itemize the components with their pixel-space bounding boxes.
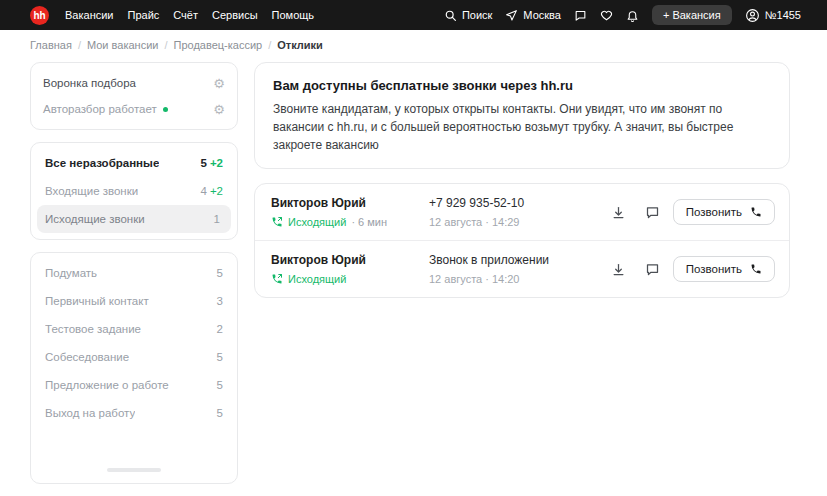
- download-record-button[interactable]: [605, 198, 633, 226]
- add-vacancy-button[interactable]: + Вакансия: [652, 5, 732, 25]
- call-actions: Позвонить: [605, 255, 775, 283]
- breadcrumb: Главная Мои вакансии Продавец-кассир Отк…: [0, 30, 827, 58]
- nav-services[interactable]: Сервисы: [212, 9, 258, 21]
- autoreview-gear-icon[interactable]: ⚙: [213, 103, 225, 116]
- scrollbar-thumb[interactable]: [107, 468, 161, 472]
- download-icon: [611, 205, 626, 220]
- stage-start-work[interactable]: Выход на работу 5: [37, 399, 231, 427]
- top-navigation-bar: hh Вакансии Прайс Счёт Сервисы Помощь По…: [0, 0, 827, 30]
- count-extra: +2: [210, 157, 223, 169]
- call-channel: Звонок в приложении: [429, 253, 605, 267]
- count-extra: +2: [210, 185, 223, 197]
- call-datetime: 12 августа · 14:29: [429, 216, 605, 228]
- download-record-button[interactable]: [605, 255, 633, 283]
- call-back-button[interactable]: Позвонить: [673, 199, 775, 225]
- stage-label: Предложение о работе: [45, 379, 169, 391]
- outgoing-call-icon: [271, 216, 283, 228]
- topbar-tools: Поиск Москва + Вакансия: [444, 5, 801, 25]
- folder-label: Входящие звонки: [45, 185, 138, 197]
- city-label: Москва: [523, 9, 561, 21]
- call-back-button[interactable]: Позвонить: [673, 256, 775, 282]
- nav-account[interactable]: Счёт: [173, 9, 198, 21]
- city-selector[interactable]: Москва: [505, 9, 561, 22]
- folder-count: 1: [214, 213, 223, 225]
- stage-interview[interactable]: Собеседование 5: [37, 343, 231, 371]
- call-type-line: Исходящий · 6 мин: [271, 216, 429, 228]
- folder-label: Исходящие звонки: [45, 213, 145, 225]
- stage-test-task[interactable]: Тестовое задание 2: [37, 315, 231, 343]
- search-label: Поиск: [462, 9, 492, 21]
- folder-all-unsorted[interactable]: Все неразобранные 5 +2: [37, 149, 231, 177]
- folder-label: Все неразобранные: [45, 157, 159, 169]
- messages-icon[interactable]: [574, 9, 587, 22]
- nav-vacancies[interactable]: Вакансии: [65, 9, 114, 21]
- phone-icon: [750, 206, 762, 218]
- stage-label: Тестовое задание: [45, 323, 141, 335]
- nav-help[interactable]: Помощь: [272, 9, 315, 21]
- stage-count: 5: [217, 351, 223, 363]
- account-number: №1455: [765, 9, 801, 21]
- search-icon: [444, 9, 457, 22]
- comment-icon: [645, 205, 660, 220]
- profile-icon: [745, 8, 760, 23]
- call-phone-number: +7 929 935-52-10: [429, 196, 605, 210]
- candidate-name-link[interactable]: Викторов Юрий: [271, 196, 429, 210]
- stage-count: 5: [217, 267, 223, 279]
- stage-job-offer[interactable]: Предложение о работе 5: [37, 371, 231, 399]
- folder-outgoing-calls[interactable]: Исходящие звонки 1: [37, 205, 231, 233]
- hh-logo[interactable]: hh: [30, 6, 49, 25]
- call-contact-block: +7 929 935-52-10 12 августа · 14:29: [429, 196, 605, 228]
- search-button[interactable]: Поиск: [444, 9, 492, 22]
- call-row: Викторов Юрий Исходящий · 6 мин +7 929 9…: [255, 184, 789, 240]
- main-panel: Вам доступны бесплатные звонки через hh.…: [254, 62, 790, 298]
- breadcrumb-my-vacancies[interactable]: Мои вакансии: [87, 39, 174, 51]
- count-value: 1: [214, 213, 220, 225]
- download-icon: [611, 262, 626, 277]
- call-candidate: Викторов Юрий Исходящий · 6 мин: [271, 196, 429, 228]
- stage-first-contact[interactable]: Первичный контакт 3: [37, 287, 231, 315]
- outgoing-call-icon: [271, 273, 283, 285]
- count-value: 4: [200, 185, 206, 197]
- sidebar: Воронка подбора ⚙ Авторазбор работает ⚙ …: [30, 62, 238, 484]
- stage-think[interactable]: Подумать 5: [37, 259, 231, 287]
- call-actions: Позвонить: [605, 198, 775, 226]
- comment-button[interactable]: [639, 255, 667, 283]
- account-menu[interactable]: №1455: [745, 8, 801, 23]
- breadcrumb-vacancy[interactable]: Продавец-кассир: [173, 39, 277, 51]
- promo-body: Звоните кандидатам, у которых открыты ко…: [273, 100, 771, 154]
- stage-count: 5: [217, 407, 223, 419]
- funnel-label: Воронка подбора: [43, 77, 136, 89]
- call-candidate: Викторов Юрий Исходящий: [271, 253, 429, 285]
- stage-count: 3: [217, 295, 223, 307]
- nav-price[interactable]: Прайс: [128, 9, 160, 21]
- breadcrumb-home[interactable]: Главная: [30, 39, 87, 51]
- stage-count: 2: [217, 323, 223, 335]
- favorites-heart-icon[interactable]: [600, 9, 613, 22]
- hh-employer-responses-page: hh Вакансии Прайс Счёт Сервисы Помощь По…: [0, 0, 827, 496]
- promo-title: Вам доступны бесплатные звонки через hh.…: [273, 78, 771, 93]
- funnel-settings-card: Воронка подбора ⚙ Авторазбор работает ⚙: [30, 62, 238, 130]
- autoreview-label: Авторазбор работает: [43, 103, 157, 115]
- funnel-gear-icon[interactable]: ⚙: [213, 77, 225, 90]
- folder-incoming-calls[interactable]: Входящие звонки 4 +2: [37, 177, 231, 205]
- call-duration: · 6 мин: [351, 216, 387, 228]
- comment-button[interactable]: [639, 198, 667, 226]
- call-folders-card: Все неразобранные 5 +2 Входящие звонки 4…: [30, 142, 238, 240]
- call-type-line: Исходящий: [271, 273, 429, 285]
- stage-label: Первичный контакт: [45, 295, 149, 307]
- notifications-bell-icon[interactable]: [626, 9, 639, 22]
- free-calls-promo-card: Вам доступны бесплатные звонки через hh.…: [254, 62, 790, 169]
- candidate-name-link[interactable]: Викторов Юрий: [271, 253, 429, 267]
- phone-icon: [750, 263, 762, 275]
- autoreview-label-wrap: Авторазбор работает: [43, 103, 168, 115]
- count-value: 5: [200, 157, 206, 169]
- comment-icon: [645, 262, 660, 277]
- call-back-label: Позвонить: [686, 263, 742, 275]
- stage-label: Подумать: [45, 267, 97, 279]
- autoreview-settings-row: Авторазбор работает ⚙: [43, 96, 225, 122]
- call-datetime: 12 августа · 14:20: [429, 273, 605, 285]
- breadcrumb-current: Отклики: [277, 39, 323, 51]
- page-content: Воронка подбора ⚙ Авторазбор работает ⚙ …: [0, 58, 827, 484]
- call-contact-block: Звонок в приложении 12 августа · 14:20: [429, 253, 605, 285]
- main-nav: Вакансии Прайс Счёт Сервисы Помощь: [65, 9, 314, 21]
